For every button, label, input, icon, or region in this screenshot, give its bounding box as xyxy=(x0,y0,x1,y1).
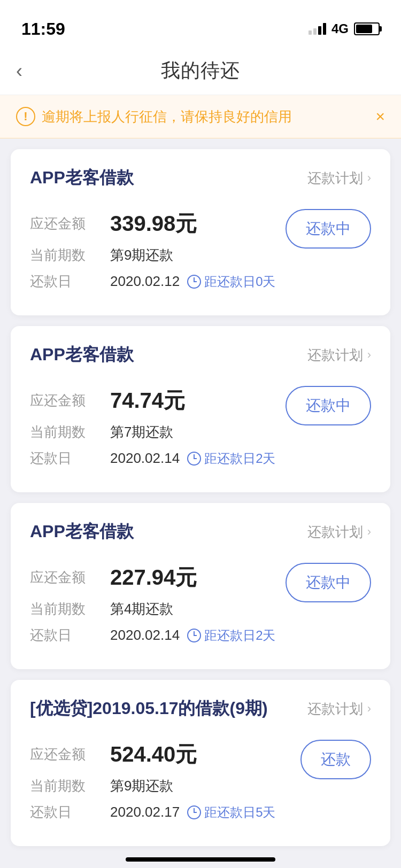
warning-text: 逾期将上报人行征信，请保持良好的信用 xyxy=(42,107,292,126)
date-value-4: 2020.02.17 xyxy=(110,804,180,820)
loan-title-4: [优选贷]2019.05.17的借款(9期) xyxy=(30,697,268,720)
card-header-1: APP老客借款 还款计划 › xyxy=(30,166,371,190)
chevron-right-icon-1: › xyxy=(367,171,371,185)
card-header-4: [优选贷]2019.05.17的借款(9期) 还款计划 › xyxy=(30,697,371,720)
amount-value-4: 524.40元 xyxy=(110,740,197,769)
card-header-2: APP老客借款 还款计划 › xyxy=(30,343,371,367)
nav-bar: ‹ 我的待还 xyxy=(0,47,401,95)
clock-icon-4 xyxy=(187,805,201,819)
amount-row-3: 应还金额 227.94元 xyxy=(30,563,286,592)
status-icons: 4G xyxy=(309,21,380,36)
date-label-2: 还款日 xyxy=(30,449,99,468)
repayment-plan-label-3: 还款计划 xyxy=(307,523,363,541)
repayment-plan-label-4: 还款计划 xyxy=(307,700,363,718)
chevron-right-icon-2: › xyxy=(367,348,371,362)
amount-label-3: 应还金额 xyxy=(30,568,99,587)
date-row-4: 还款日 2020.02.17 距还款日5天 xyxy=(30,803,300,821)
days-text-2: 距还款日2天 xyxy=(204,450,275,467)
card-body-1: 应还金额 339.98元 当前期数 第9期还款 还款日 2020.02.12 距… xyxy=(30,209,371,298)
card-info-4: 应还金额 524.40元 当前期数 第9期还款 还款日 2020.02.17 距… xyxy=(30,740,300,829)
amount-value-2: 74.74元 xyxy=(110,386,185,415)
loan-title-2: APP老客借款 xyxy=(30,343,134,367)
status-time: 11:59 xyxy=(21,19,65,39)
loan-card-4: [优选贷]2019.05.17的借款(9期) 还款计划 › 应还金额 524.4… xyxy=(11,680,390,846)
days-text-3: 距还款日2天 xyxy=(204,627,275,644)
repayment-plan-label-1: 还款计划 xyxy=(307,169,363,188)
repay-button-4[interactable]: 还款 xyxy=(300,740,371,779)
card-info-1: 应还金额 339.98元 当前期数 第9期还款 还款日 2020.02.12 距… xyxy=(30,209,286,298)
repayment-plan-link-2[interactable]: 还款计划 › xyxy=(307,346,371,365)
date-row-3: 还款日 2020.02.14 距还款日2天 xyxy=(30,626,286,645)
amount-row-2: 应还金额 74.74元 xyxy=(30,386,286,415)
date-value-3: 2020.02.14 xyxy=(110,627,180,644)
clock-icon-3 xyxy=(187,629,201,642)
date-row-1: 还款日 2020.02.12 距还款日0天 xyxy=(30,272,286,291)
amount-label-2: 应还金额 xyxy=(30,391,99,410)
period-value-4: 第9期还款 xyxy=(110,777,173,795)
date-label-3: 还款日 xyxy=(30,626,99,645)
card-info-2: 应还金额 74.74元 当前期数 第7期还款 还款日 2020.02.14 距还… xyxy=(30,386,286,475)
home-indicator xyxy=(126,857,275,862)
warning-content: ! 逾期将上报人行征信，请保持良好的信用 xyxy=(16,107,292,126)
clock-icon-2 xyxy=(187,452,201,466)
date-label-4: 还款日 xyxy=(30,803,99,821)
date-value-2: 2020.02.14 xyxy=(110,450,180,467)
chevron-right-icon-4: › xyxy=(367,702,371,716)
amount-value-1: 339.98元 xyxy=(110,209,197,238)
card-body-4: 应还金额 524.40元 当前期数 第9期还款 还款日 2020.02.17 距… xyxy=(30,740,371,829)
loan-title-3: APP老客借款 xyxy=(30,520,134,544)
card-header-3: APP老客借款 还款计划 › xyxy=(30,520,371,544)
repay-button-3[interactable]: 还款中 xyxy=(286,563,371,602)
date-value-1: 2020.02.12 xyxy=(110,273,180,290)
amount-row-4: 应还金额 524.40元 xyxy=(30,740,300,769)
card-body-3: 应还金额 227.94元 当前期数 第4期还款 还款日 2020.02.14 距… xyxy=(30,563,371,652)
warning-banner: ! 逾期将上报人行征信，请保持良好的信用 × xyxy=(0,95,401,138)
loan-card-2: APP老客借款 还款计划 › 应还金额 74.74元 当前期数 第7期还款 还款… xyxy=(11,326,390,492)
page-title: 我的待还 xyxy=(161,58,240,84)
days-badge-1: 距还款日0天 xyxy=(187,273,275,290)
loan-title-1: APP老客借款 xyxy=(30,166,134,190)
amount-row-1: 应还金额 339.98元 xyxy=(30,209,286,238)
repayment-plan-label-2: 还款计划 xyxy=(307,346,363,365)
repay-button-2[interactable]: 还款中 xyxy=(286,386,371,425)
network-label: 4G xyxy=(331,21,349,36)
period-label-3: 当前期数 xyxy=(30,600,99,618)
days-text-4: 距还款日5天 xyxy=(204,804,275,821)
back-button[interactable]: ‹ xyxy=(16,60,22,82)
date-content-1: 2020.02.12 距还款日0天 xyxy=(110,273,276,290)
battery-icon xyxy=(354,22,380,35)
repayment-plan-link-3[interactable]: 还款计划 › xyxy=(307,523,371,541)
card-info-3: 应还金额 227.94元 当前期数 第4期还款 还款日 2020.02.14 距… xyxy=(30,563,286,652)
days-badge-2: 距还款日2天 xyxy=(187,450,275,467)
warning-close-button[interactable]: × xyxy=(375,107,385,126)
chevron-right-icon-3: › xyxy=(367,525,371,539)
period-label-2: 当前期数 xyxy=(30,423,99,441)
date-row-2: 还款日 2020.02.14 距还款日2天 xyxy=(30,449,286,468)
repayment-plan-link-4[interactable]: 还款计划 › xyxy=(307,700,371,718)
loan-card-3: APP老客借款 还款计划 › 应还金额 227.94元 当前期数 第4期还款 还… xyxy=(11,503,390,669)
days-badge-4: 距还款日5天 xyxy=(187,804,275,821)
status-bar: 11:59 4G xyxy=(0,0,401,47)
clock-icon-1 xyxy=(187,275,201,289)
amount-label-1: 应还金额 xyxy=(30,214,99,233)
card-body-2: 应还金额 74.74元 当前期数 第7期还款 还款日 2020.02.14 距还… xyxy=(30,386,371,475)
period-row-4: 当前期数 第9期还款 xyxy=(30,777,300,795)
warning-icon: ! xyxy=(16,107,35,126)
repayment-plan-link-1[interactable]: 还款计划 › xyxy=(307,169,371,188)
amount-label-4: 应还金额 xyxy=(30,745,99,764)
period-value-3: 第4期还款 xyxy=(110,600,173,618)
period-label-4: 当前期数 xyxy=(30,777,99,795)
period-value-2: 第7期还款 xyxy=(110,423,173,441)
period-value-1: 第9期还款 xyxy=(110,246,173,265)
date-content-4: 2020.02.17 距还款日5天 xyxy=(110,804,276,821)
period-row-3: 当前期数 第4期还款 xyxy=(30,600,286,618)
date-content-3: 2020.02.14 距还款日2天 xyxy=(110,627,276,644)
loans-container: APP老客借款 还款计划 › 应还金额 339.98元 当前期数 第9期还款 还… xyxy=(0,149,401,846)
signal-icon xyxy=(309,23,326,35)
period-row-1: 当前期数 第9期还款 xyxy=(30,246,286,265)
loan-card-1: APP老客借款 还款计划 › 应还金额 339.98元 当前期数 第9期还款 还… xyxy=(11,149,390,315)
period-label-1: 当前期数 xyxy=(30,246,99,265)
amount-value-3: 227.94元 xyxy=(110,563,197,592)
repay-button-1[interactable]: 还款中 xyxy=(286,209,371,249)
days-text-1: 距还款日0天 xyxy=(204,273,275,290)
